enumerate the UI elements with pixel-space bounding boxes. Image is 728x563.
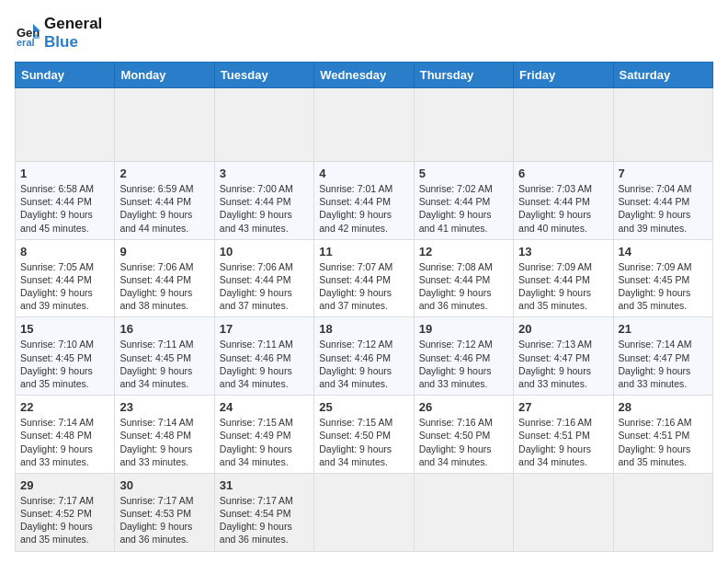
page-header: Gen eral General Blue bbox=[15, 15, 713, 51]
day-info: Sunset: 4:53 PM bbox=[119, 507, 209, 520]
day-info: Sunset: 4:44 PM bbox=[419, 273, 508, 286]
day-info: and 40 minutes. bbox=[518, 222, 608, 235]
day-info: Sunrise: 7:11 AM bbox=[220, 338, 309, 350]
day-number: 9 bbox=[119, 245, 209, 259]
day-info: and 34 minutes. bbox=[419, 455, 508, 468]
calendar-cell bbox=[16, 88, 115, 162]
day-info: Sunrise: 7:12 AM bbox=[319, 338, 408, 350]
day-info: Daylight: 9 hours bbox=[119, 208, 209, 221]
calendar-cell: 3Sunrise: 7:00 AMSunset: 4:44 PMDaylight… bbox=[214, 162, 313, 240]
day-number: 26 bbox=[419, 400, 508, 414]
logo-icon: Gen eral bbox=[15, 20, 40, 46]
column-header-friday: Friday bbox=[514, 63, 613, 88]
day-info: Sunset: 4:47 PM bbox=[619, 351, 708, 364]
calendar-cell bbox=[613, 88, 712, 162]
day-info: and 39 minutes. bbox=[619, 222, 708, 235]
day-number: 12 bbox=[419, 245, 508, 259]
day-info: Daylight: 9 hours bbox=[220, 208, 309, 221]
column-header-saturday: Saturday bbox=[613, 63, 712, 88]
logo-blue: Blue bbox=[44, 33, 102, 52]
calendar-cell: 11Sunrise: 7:07 AMSunset: 4:44 PMDayligh… bbox=[314, 239, 414, 317]
calendar-week-row: 29Sunrise: 7:17 AMSunset: 4:52 PMDayligh… bbox=[16, 473, 713, 551]
day-info: Sunrise: 7:03 AM bbox=[518, 182, 608, 195]
day-info: Sunset: 4:44 PM bbox=[119, 195, 209, 208]
calendar-cell: 12Sunrise: 7:08 AMSunset: 4:44 PMDayligh… bbox=[414, 239, 513, 317]
day-info: and 34 minutes. bbox=[319, 377, 408, 390]
calendar-cell: 16Sunrise: 7:11 AMSunset: 4:45 PMDayligh… bbox=[115, 317, 214, 396]
day-info: Daylight: 9 hours bbox=[20, 364, 109, 377]
day-info: Sunrise: 7:05 AM bbox=[20, 260, 109, 273]
day-info: and 33 minutes. bbox=[419, 377, 508, 390]
day-info: Daylight: 9 hours bbox=[319, 442, 408, 455]
calendar-cell: 13Sunrise: 7:09 AMSunset: 4:44 PMDayligh… bbox=[514, 239, 613, 317]
column-header-tuesday: Tuesday bbox=[214, 63, 313, 88]
day-number: 4 bbox=[319, 167, 408, 180]
day-info: Daylight: 9 hours bbox=[619, 442, 708, 455]
calendar-cell: 4Sunrise: 7:01 AMSunset: 4:44 PMDaylight… bbox=[314, 162, 414, 240]
calendar-cell: 6Sunrise: 7:03 AMSunset: 4:44 PMDaylight… bbox=[514, 162, 613, 240]
calendar-cell: 25Sunrise: 7:15 AMSunset: 4:50 PMDayligh… bbox=[314, 396, 414, 474]
day-info: Sunrise: 6:58 AM bbox=[20, 182, 109, 195]
calendar-cell: 21Sunrise: 7:14 AMSunset: 4:47 PMDayligh… bbox=[613, 317, 712, 396]
day-info: and 35 minutes. bbox=[20, 377, 109, 390]
day-info: and 35 minutes. bbox=[619, 299, 708, 312]
day-number: 28 bbox=[619, 400, 708, 414]
day-info: Sunrise: 7:16 AM bbox=[619, 416, 708, 429]
day-info: and 37 minutes. bbox=[319, 299, 408, 312]
day-info: Daylight: 9 hours bbox=[619, 208, 708, 221]
calendar-cell: 26Sunrise: 7:16 AMSunset: 4:50 PMDayligh… bbox=[414, 396, 513, 474]
day-info: Sunset: 4:46 PM bbox=[419, 351, 508, 364]
calendar-table: SundayMondayTuesdayWednesdayThursdayFrid… bbox=[15, 62, 713, 551]
day-info: Sunrise: 7:08 AM bbox=[419, 260, 508, 273]
day-info: Sunrise: 7:15 AM bbox=[319, 416, 408, 429]
day-number: 20 bbox=[518, 322, 608, 336]
calendar-week-row bbox=[16, 88, 713, 162]
logo: Gen eral General Blue bbox=[15, 15, 102, 51]
calendar-cell: 27Sunrise: 7:16 AMSunset: 4:51 PMDayligh… bbox=[514, 396, 613, 474]
day-info: and 34 minutes. bbox=[319, 455, 408, 468]
day-info: Sunrise: 7:01 AM bbox=[319, 182, 408, 195]
day-info: Sunset: 4:54 PM bbox=[220, 507, 309, 520]
day-info: Sunset: 4:46 PM bbox=[220, 351, 309, 364]
day-info: Sunset: 4:44 PM bbox=[119, 273, 209, 286]
day-info: Sunset: 4:51 PM bbox=[619, 429, 708, 442]
day-number: 23 bbox=[119, 400, 209, 414]
svg-text:eral: eral bbox=[17, 37, 35, 46]
calendar-cell bbox=[214, 88, 313, 162]
calendar-cell: 29Sunrise: 7:17 AMSunset: 4:52 PMDayligh… bbox=[16, 473, 115, 551]
day-info: Daylight: 9 hours bbox=[220, 442, 309, 455]
day-info: and 36 minutes. bbox=[119, 533, 209, 546]
day-info: Daylight: 9 hours bbox=[119, 364, 209, 377]
day-info: Sunset: 4:50 PM bbox=[319, 429, 408, 442]
day-info: and 35 minutes. bbox=[619, 455, 708, 468]
column-header-sunday: Sunday bbox=[16, 63, 115, 88]
day-info: Daylight: 9 hours bbox=[319, 208, 408, 221]
day-info: Sunset: 4:52 PM bbox=[20, 507, 109, 520]
day-info: Sunrise: 6:59 AM bbox=[119, 182, 209, 195]
calendar-week-row: 15Sunrise: 7:10 AMSunset: 4:45 PMDayligh… bbox=[16, 317, 713, 396]
day-info: and 37 minutes. bbox=[220, 299, 309, 312]
calendar-cell bbox=[514, 473, 613, 551]
day-info: and 33 minutes. bbox=[619, 377, 708, 390]
calendar-cell: 7Sunrise: 7:04 AMSunset: 4:44 PMDaylight… bbox=[613, 162, 712, 240]
day-number: 17 bbox=[220, 322, 309, 336]
day-info: Sunset: 4:44 PM bbox=[220, 273, 309, 286]
day-info: Daylight: 9 hours bbox=[619, 286, 708, 299]
day-info: Sunset: 4:44 PM bbox=[220, 195, 309, 208]
day-info: Daylight: 9 hours bbox=[319, 286, 408, 299]
column-header-thursday: Thursday bbox=[414, 63, 513, 88]
day-info: Sunrise: 7:12 AM bbox=[419, 338, 508, 350]
day-number: 29 bbox=[20, 478, 109, 492]
day-info: Daylight: 9 hours bbox=[220, 286, 309, 299]
calendar-header-row: SundayMondayTuesdayWednesdayThursdayFrid… bbox=[16, 63, 713, 88]
calendar-cell bbox=[314, 473, 414, 551]
day-info: and 45 minutes. bbox=[20, 222, 109, 235]
day-info: Daylight: 9 hours bbox=[518, 286, 608, 299]
day-info: Daylight: 9 hours bbox=[419, 286, 508, 299]
day-info: Sunrise: 7:06 AM bbox=[220, 260, 309, 273]
day-number: 6 bbox=[518, 167, 608, 180]
logo-general: General bbox=[44, 15, 102, 33]
day-number: 25 bbox=[319, 400, 408, 414]
day-number: 27 bbox=[518, 400, 608, 414]
calendar-cell bbox=[514, 88, 613, 162]
